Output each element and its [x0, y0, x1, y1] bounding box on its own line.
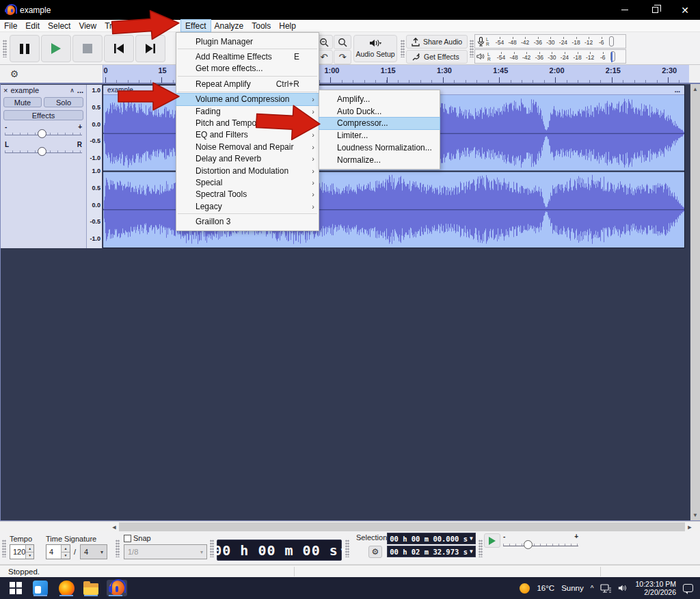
- vertical-scale-ruler[interactable]: 1.00.50.0-0.5-1.0 1.00.50.0-0.5-1.0: [87, 85, 103, 248]
- notifications-icon[interactable]: [683, 584, 693, 592]
- taskbar-app-audacity[interactable]: [107, 580, 127, 596]
- effect-menu-item[interactable]: Legacy ›: [176, 200, 319, 212]
- effect-menu-item[interactable]: [178, 76, 317, 77]
- menubar-item[interactable]: File: [0, 20, 21, 31]
- chevron-down-icon[interactable]: ▼: [470, 535, 473, 542]
- get-effects-button[interactable]: Get Effects: [406, 50, 468, 64]
- clip-overflow-button[interactable]: ...: [675, 86, 680, 94]
- timesig-lower-dropdown[interactable]: 4 ▾: [80, 544, 107, 559]
- selection-start-field[interactable]: 00 h 00 m 00.000 s ▼: [387, 533, 476, 544]
- toolbar-grip[interactable]: [401, 40, 405, 57]
- taskbar-app-widgets[interactable]: [31, 580, 49, 596]
- stop-button[interactable]: [72, 35, 103, 62]
- scroll-up-icon[interactable]: ▲: [692, 84, 698, 94]
- effects-button[interactable]: Effects: [3, 110, 83, 120]
- taskbar-app-firefox[interactable]: [57, 580, 75, 596]
- toolbar-grip[interactable]: [116, 540, 120, 557]
- minimize-button[interactable]: [610, 0, 640, 20]
- weather-temp[interactable]: 16°C: [537, 584, 554, 592]
- snap-checkbox[interactable]: Snap: [124, 534, 151, 542]
- close-button[interactable]: ✕: [670, 0, 700, 20]
- vertical-scrollbar[interactable]: ▲ ▼: [690, 84, 700, 520]
- horizontal-scrollbar[interactable]: ◄ ►: [0, 521, 700, 531]
- track-menu-button[interactable]: ...: [77, 86, 83, 94]
- submenu-item[interactable]: Limiter...: [319, 129, 440, 142]
- horizontal-scroll-thumb[interactable]: [119, 522, 685, 531]
- speed-slider-thumb[interactable]: [524, 540, 533, 549]
- chevron-down-icon[interactable]: ▼: [470, 548, 473, 555]
- taskbar-app-explorer[interactable]: [82, 580, 100, 596]
- menubar-item[interactable]: Edit: [21, 20, 44, 31]
- effect-menu-item[interactable]: Delay and Reverb ›: [176, 153, 319, 165]
- timesig-upper-spinbox[interactable]: 4 ▲▼: [46, 544, 70, 559]
- toolbar-grip[interactable]: [2, 540, 6, 557]
- chevron-down-icon[interactable]: ▼: [341, 546, 345, 554]
- menubar-item[interactable]: Help: [275, 20, 300, 31]
- effect-menu-item[interactable]: Special ›: [176, 176, 319, 188]
- gain-slider-thumb[interactable]: [38, 129, 46, 138]
- solo-button[interactable]: Solo: [44, 97, 83, 107]
- effect-menu-item[interactable]: Add Realtime Effects E: [176, 51, 319, 62]
- submenu-item[interactable]: Amplify...: [319, 93, 440, 105]
- play-at-speed-button[interactable]: [484, 533, 500, 548]
- weather-condition[interactable]: Sunny: [561, 584, 584, 592]
- submenu-item[interactable]: Normalize...: [319, 154, 440, 166]
- restore-button[interactable]: [640, 0, 670, 20]
- effect-menu-item[interactable]: Plugin Manager: [176, 36, 319, 47]
- menubar-item[interactable]: Analyze: [211, 20, 248, 31]
- effect-menu-item[interactable]: [178, 92, 317, 92]
- playback-meter[interactable]: LR -54-48-42-36-30-24-18-12-6: [474, 49, 626, 64]
- audio-position-display[interactable]: 00 h 00 m 00 s ▼: [217, 540, 342, 561]
- tempo-spinbox[interactable]: 120 ▲▼: [10, 544, 34, 559]
- start-button[interactable]: [7, 580, 25, 596]
- effect-menu-item[interactable]: Distortion and Modulation ›: [176, 165, 319, 176]
- toolbar-grip[interactable]: [3, 40, 7, 57]
- zoom-out-button[interactable]: [334, 35, 351, 49]
- volume-icon[interactable]: [618, 584, 628, 592]
- toolbar-grip[interactable]: [345, 540, 349, 557]
- effect-menu-item[interactable]: Graillon 3: [176, 215, 319, 227]
- toolbar-grip[interactable]: [470, 40, 474, 57]
- checkbox-icon[interactable]: [124, 535, 131, 542]
- track-close-button[interactable]: ×: [3, 86, 8, 94]
- scroll-left-icon[interactable]: ◄: [109, 522, 119, 532]
- menubar-item[interactable]: Tools: [247, 20, 275, 31]
- menubar-item[interactable]: Select: [44, 20, 75, 31]
- tempo-spinner[interactable]: ▲▼: [25, 545, 33, 559]
- pan-slider-thumb[interactable]: [38, 147, 46, 156]
- menubar-item[interactable]: Effect: [181, 20, 210, 31]
- redo-button[interactable]: ↷: [334, 50, 351, 64]
- effect-menu-item[interactable]: Get more effects...: [176, 63, 319, 75]
- effect-menu-item[interactable]: [178, 49, 317, 49]
- tray-chevron-icon[interactable]: ^: [591, 585, 594, 592]
- pause-button[interactable]: [10, 35, 40, 62]
- track-name[interactable]: example: [10, 86, 39, 94]
- pan-slider[interactable]: L R: [2, 141, 85, 156]
- snap-mode-dropdown[interactable]: 1/8 ▾: [124, 544, 207, 559]
- audio-setup-button[interactable]: Audio Setup: [353, 35, 397, 62]
- submenu-item[interactable]: Loudness Normalization...: [319, 142, 440, 154]
- track-collapse-button[interactable]: ∧: [70, 87, 75, 94]
- mute-button[interactable]: Mute: [3, 97, 42, 107]
- submenu-item[interactable]: Compressor...: [319, 118, 440, 130]
- gain-slider[interactable]: - +: [2, 123, 85, 138]
- effect-menu-item[interactable]: Repeat Amplify Ctrl+R: [176, 78, 319, 90]
- menubar-item[interactable]: View: [75, 20, 100, 31]
- submenu-item[interactable]: Auto Duck...: [319, 105, 440, 118]
- play-button[interactable]: [41, 35, 71, 62]
- weather-sun-icon[interactable]: [520, 583, 530, 594]
- selection-end-field[interactable]: 00 h 02 m 32.973 s ▼: [387, 546, 476, 557]
- clock[interactable]: 10:23:10 PM 2/20/2026: [635, 580, 676, 596]
- timesig-spinner[interactable]: ▲▼: [61, 545, 70, 559]
- network-icon[interactable]: [600, 584, 611, 593]
- selection-options-button[interactable]: ⚙: [368, 546, 382, 558]
- recording-meter[interactable]: LR -54-48-42-36-30-24-18-12-6: [474, 34, 626, 49]
- playback-speed-slider[interactable]: - +: [503, 533, 578, 550]
- share-audio-button[interactable]: Share Audio: [406, 35, 468, 49]
- scroll-down-icon[interactable]: ▼: [692, 510, 698, 520]
- effect-menu-item[interactable]: Spectral Tools ›: [176, 189, 319, 200]
- timeline-options-button[interactable]: ⚙: [7, 67, 22, 81]
- toolbar-grip[interactable]: [479, 540, 483, 557]
- scroll-right-icon[interactable]: ►: [685, 522, 695, 532]
- effect-menu-item[interactable]: [178, 213, 317, 214]
